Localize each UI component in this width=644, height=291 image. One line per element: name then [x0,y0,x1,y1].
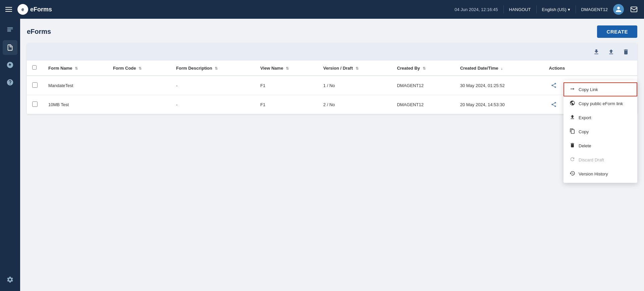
row-checkbox-cell [27,95,43,114]
share-action-icon[interactable] [549,81,558,90]
copy-public-link-icon [570,100,575,107]
delete-label: Delete [579,143,591,148]
dropdown-item-copy-public-link[interactable]: Copy public eForm link [564,96,637,111]
sidebar-item-settings[interactable] [3,272,17,287]
cell-created-datetime: 20 May 2024, 14:53:30 [455,95,544,114]
cell-view-name: F1 [255,76,318,95]
nav-divider-3 [576,5,576,13]
sort-icon-form-code: ⇅ [139,66,142,70]
select-all-checkbox[interactable] [32,65,37,70]
copy-label: Copy [579,129,589,134]
export-icon [570,114,575,121]
delete-button[interactable] [620,46,632,58]
logo-icon: e [17,4,28,15]
version-history-icon [570,170,575,177]
page-title: eForms [27,28,51,35]
header-version-draft: Version / Draft ⇅ [318,61,392,76]
sort-icon-form-desc: ⇅ [215,66,218,70]
dropdown-item-version-history[interactable]: Version History [564,167,637,181]
cell-view-name: F1 [255,95,318,114]
eforms-table: Form Name ⇅ Form Code ⇅ Form Description… [27,61,637,114]
app-logo: e eForms [17,4,52,15]
discard-draft-label: Discard Draft [579,157,604,162]
cell-form-name: 10MB Test [43,95,108,114]
delete-icon [570,142,575,149]
table-row: 10MB Test - F1 2 / No DMAGENT12 20 May 2… [27,95,637,114]
sort-icon-view-name: ⇅ [286,66,289,70]
cell-created-by: DMAGENT12 [391,95,454,114]
table-container: Form Name ⇅ Form Code ⇅ Form Description… [27,43,637,114]
copy-icon [570,128,575,135]
download-button[interactable] [590,46,602,58]
dropdown-item-delete[interactable]: Delete [564,139,637,153]
header-created-datetime: Created Date/Time ↓ [455,61,544,76]
cell-form-name: MandateTest [43,76,108,95]
row-checkbox-cell [27,76,43,95]
user-avatar[interactable] [613,4,624,15]
cell-form-description: - [171,95,255,114]
main-content: eForms CREATE [20,19,644,291]
username-display: DMAGENT12 [581,7,608,12]
header-created-by: Created By ⇅ [391,61,454,76]
table-toolbar [27,43,637,61]
nav-right-section: 04 Jun 2024, 12:16:45 HANGOUT English (U… [454,4,639,15]
dropdown-item-copy-link[interactable]: Copy Link [564,82,637,96]
language-selector[interactable]: English (US) ▾ [542,7,570,12]
header-actions: Actions [544,61,637,76]
table-row: MandateTest - F1 1 / No DMAGENT12 30 May… [27,76,637,95]
dropdown-item-copy[interactable]: Copy [564,125,637,139]
cell-form-code [108,95,171,114]
header-form-code: Form Code ⇅ [108,61,171,76]
header-checkbox-cell [27,61,43,76]
sidebar-item-plugins[interactable] [3,58,17,72]
share-action-icon[interactable] [549,100,558,109]
sidebar [0,19,20,291]
nav-divider-1 [503,5,504,13]
header-form-description: Form Description ⇅ [171,61,255,76]
app-name: eForms [30,6,52,13]
notifications-icon[interactable] [629,5,639,14]
copy-public-link-label: Copy public eForm link [579,101,623,106]
copy-link-label: Copy Link [579,87,598,92]
sidebar-item-document-list[interactable] [3,23,17,38]
dropdown-item-discard-draft[interactable]: Discard Draft [564,153,637,167]
sort-icon-form-name: ⇅ [75,66,78,70]
version-history-label: Version History [579,171,608,176]
table-header-row: Form Name ⇅ Form Code ⇅ Form Description… [27,61,637,76]
sidebar-item-help[interactable] [3,75,17,90]
cell-form-description: - [171,76,255,95]
dropdown-item-export[interactable]: Export [564,111,637,125]
hamburger-menu[interactable] [5,7,12,12]
create-button[interactable]: CREATE [597,25,637,38]
discard-draft-icon [570,156,575,163]
cell-version-draft: 1 / No [318,76,392,95]
row-checkbox[interactable] [32,82,38,88]
export-label: Export [579,115,591,120]
top-navigation: e eForms 04 Jun 2024, 12:16:45 HANGOUT E… [0,0,644,19]
sort-icon-created-by: ⇅ [423,66,426,70]
page-header: eForms CREATE [27,25,637,38]
upload-button[interactable] [605,46,617,58]
row-checkbox[interactable] [32,101,38,107]
nav-divider-2 [536,5,537,13]
cell-form-code [108,76,171,95]
datetime-display: 04 Jun 2024, 12:16:45 [454,7,498,12]
sort-icon-version: ⇅ [356,66,359,70]
context-dropdown-menu: Copy Link Copy public eForm link Export … [564,80,637,183]
language-label: English (US) [542,7,567,12]
header-view-name: View Name ⇅ [255,61,318,76]
cell-created-datetime: 30 May 2024, 01:25:52 [455,76,544,95]
svg-rect-0 [631,7,637,12]
copy-link-icon [570,86,575,93]
cell-version-draft: 2 / No [318,95,392,114]
sidebar-item-files[interactable] [3,40,17,55]
hangout-link[interactable]: HANGOUT [509,7,531,12]
header-form-name: Form Name ⇅ [43,61,108,76]
cell-created-by: DMAGENT12 [391,76,454,95]
chevron-down-icon: ▾ [568,7,570,12]
sort-icon-datetime: ↓ [501,66,503,70]
